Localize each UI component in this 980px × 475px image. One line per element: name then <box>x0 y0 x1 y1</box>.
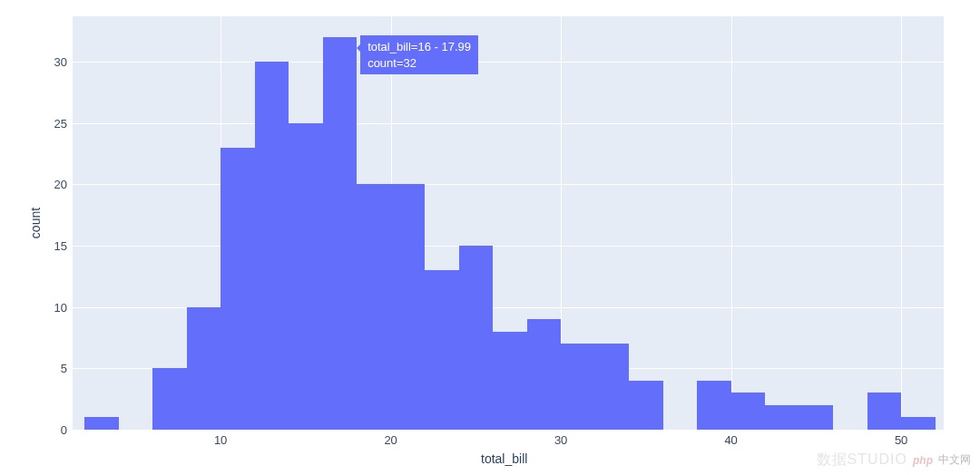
histogram-bar[interactable] <box>323 37 358 430</box>
histogram-bar[interactable] <box>152 368 187 430</box>
histogram-bar[interactable] <box>629 381 663 430</box>
histogram-bar[interactable] <box>220 148 255 430</box>
y-gridline <box>73 430 944 431</box>
watermark-php: php <box>913 454 933 467</box>
plot-area[interactable]: 0510152025301020304050 <box>73 16 944 430</box>
y-tick-label: 10 <box>54 300 73 314</box>
x-tick-label: 10 <box>214 430 227 447</box>
histogram-bar[interactable] <box>425 270 459 430</box>
histogram-bar[interactable] <box>697 381 731 430</box>
watermark: 数据STUDIO php 中文网 <box>817 451 971 470</box>
y-tick-label: 5 <box>61 362 73 375</box>
histogram-bar[interactable] <box>901 417 936 430</box>
y-tick-label: 0 <box>61 423 73 437</box>
y-gridline <box>73 62 944 63</box>
histogram-bar[interactable] <box>731 393 766 430</box>
histogram-bar[interactable] <box>595 344 630 430</box>
hover-tooltip: total_bill=16 - 17.99 count=32 <box>360 35 478 74</box>
histogram-bar[interactable] <box>84 417 119 430</box>
x-axis-title: total_bill <box>481 451 527 466</box>
y-tick-label: 20 <box>54 178 73 191</box>
histogram-bar[interactable] <box>765 405 799 430</box>
y-gridline <box>73 246 944 247</box>
histogram-bar[interactable] <box>255 62 289 430</box>
x-gridline <box>901 16 902 430</box>
x-tick-label: 50 <box>895 430 907 447</box>
histogram-bar[interactable] <box>867 393 902 430</box>
y-axis-title: count <box>28 208 43 238</box>
tooltip-line-1: total_bill=16 - 17.99 <box>368 39 471 55</box>
histogram-bar[interactable] <box>289 123 323 430</box>
tooltip-line-2: count=32 <box>368 55 471 72</box>
histogram-bar[interactable] <box>187 307 221 430</box>
x-tick-label: 40 <box>724 430 737 447</box>
y-tick-label: 25 <box>54 116 73 130</box>
y-tick-label: 30 <box>54 55 73 69</box>
y-gridline <box>73 123 944 124</box>
x-tick-label: 30 <box>554 430 567 447</box>
histogram-bar[interactable] <box>459 246 494 430</box>
histogram-bar[interactable] <box>493 332 527 430</box>
histogram-bar[interactable] <box>561 344 595 430</box>
y-tick-label: 15 <box>54 239 73 253</box>
histogram-bar[interactable] <box>391 184 426 430</box>
histogram-bar[interactable] <box>357 184 391 430</box>
x-tick-label: 20 <box>384 430 397 447</box>
watermark-studio: 数据STUDIO <box>817 451 907 470</box>
y-gridline <box>73 184 944 185</box>
watermark-cn: 中文网 <box>938 452 971 468</box>
histogram-bar[interactable] <box>799 405 834 430</box>
histogram-bar[interactable] <box>527 319 562 430</box>
x-gridline <box>731 16 732 430</box>
